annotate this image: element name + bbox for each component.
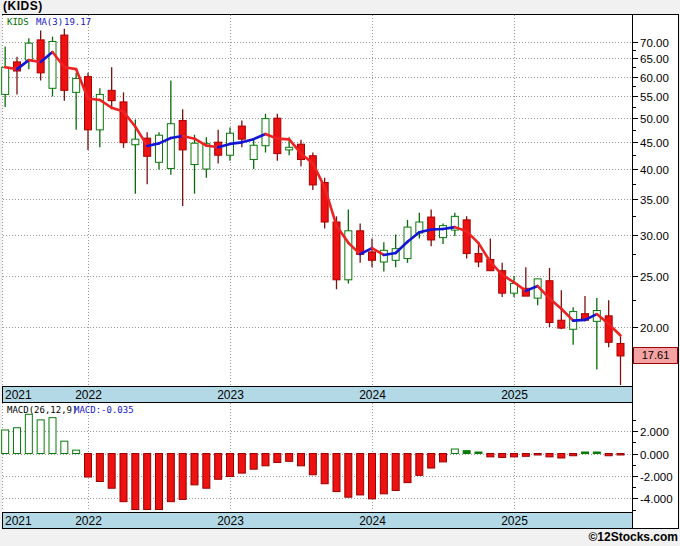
price-axis-label: 60.00 — [640, 72, 669, 84]
macd-bar — [286, 454, 293, 462]
macd-bar — [404, 454, 411, 483]
price-axis-label: 70.00 — [640, 37, 669, 49]
year-label: 2022 — [75, 514, 102, 528]
ma-line-segment — [64, 67, 76, 69]
macd-bar — [581, 452, 588, 454]
price-axis-label: 55.00 — [640, 91, 669, 103]
macd-bar — [439, 454, 446, 462]
macd-axis-label: 2.000 — [640, 426, 669, 438]
price-axis-label: 50.00 — [640, 113, 669, 125]
macd-bar — [179, 454, 186, 500]
macd-bar — [617, 454, 624, 456]
page-root: 70.0065.0060.0055.0050.0045.0040.0035.00… — [0, 0, 680, 546]
macd-bar — [37, 420, 44, 454]
year-label: 2021 — [5, 514, 32, 528]
macd-bar — [132, 454, 139, 510]
macd-bar — [250, 454, 257, 470]
macd-axis-label: 0.000 — [640, 449, 669, 461]
macd-axis-label: -4.000 — [640, 493, 673, 505]
macd-bar — [144, 454, 151, 510]
ma-line-segment — [230, 142, 242, 144]
stock-chart-svg: 70.0065.0060.0055.0050.0045.0040.0035.00… — [0, 0, 680, 546]
macd-bar — [25, 414, 32, 453]
ma-line-segment — [206, 146, 218, 148]
macd-bar — [475, 452, 482, 454]
macd-bar — [262, 454, 269, 466]
macd-bar — [392, 454, 399, 491]
price-axis-label: 35.00 — [640, 194, 669, 206]
macd-bar — [85, 454, 92, 478]
macd-bar — [215, 454, 222, 480]
candle — [463, 216, 470, 258]
year-label: 2025 — [501, 514, 528, 528]
macd-bar — [226, 454, 233, 477]
macd-bar — [297, 454, 304, 466]
macd-bar — [108, 454, 115, 489]
candle — [49, 37, 56, 97]
macd-bar — [534, 454, 541, 456]
year-label: 2025 — [501, 388, 528, 402]
ma-line-segment — [29, 60, 41, 62]
price-axis-label: 30.00 — [640, 230, 669, 242]
macd-bar — [380, 454, 387, 494]
macd-bar — [546, 454, 553, 457]
macd-bar — [558, 454, 565, 458]
legend-ma-label: MA(3) — [36, 17, 63, 28]
ma-line-segment — [277, 139, 289, 140]
ma-line-segment — [5, 67, 17, 69]
price-axis-label: 40.00 — [640, 164, 669, 176]
macd-bar — [73, 450, 80, 453]
macd-bar — [14, 428, 21, 454]
macd-axis-label: -2.000 — [640, 471, 673, 483]
macd-value: MACD:-0.035 — [74, 405, 134, 416]
price-axis-label: 25.00 — [640, 271, 669, 283]
macd-bar — [345, 454, 352, 498]
ma-line-segment — [573, 320, 585, 321]
price-axis-label: 20.00 — [640, 322, 669, 334]
macd-bar — [570, 454, 577, 456]
macd-bar — [510, 454, 517, 457]
copyright-text: ©12Stocks.com — [588, 529, 678, 545]
macd-bar — [309, 454, 316, 475]
legend-ma-value: 19.17 — [64, 17, 91, 28]
macd-bar — [321, 454, 328, 484]
year-label: 2024 — [359, 514, 386, 528]
macd-bar — [2, 430, 9, 454]
macd-bar — [333, 454, 340, 492]
macd-bar — [593, 452, 600, 454]
macd-bar — [191, 454, 198, 485]
macd-bar — [49, 418, 56, 454]
macd-bar — [238, 454, 245, 474]
macd-bar — [499, 454, 506, 458]
macd-bar — [428, 454, 435, 469]
year-label: 2023 — [217, 514, 244, 528]
macd-bar — [463, 451, 470, 454]
page-title: (KIDS) — [3, 0, 43, 13]
year-label: 2021 — [5, 388, 32, 402]
ma-line-segment — [88, 99, 100, 100]
price-axis-label: 45.00 — [640, 137, 669, 149]
current-price-tag: 17.61 — [633, 347, 678, 364]
macd-bar — [167, 454, 174, 502]
macd-bar — [274, 454, 281, 463]
macd-bar — [416, 454, 423, 476]
macd-bar — [155, 454, 162, 510]
macd-bar — [368, 454, 375, 499]
macd-label: MACD(26,12,9) — [7, 405, 77, 416]
year-label: 2023 — [217, 388, 244, 402]
macd-bar — [522, 454, 529, 457]
macd-bar — [96, 454, 103, 482]
year-label: 2022 — [75, 388, 102, 402]
price-axis-label: 65.00 — [640, 53, 669, 65]
macd-bar — [61, 441, 68, 453]
legend-symbol: KIDS — [7, 17, 29, 28]
macd-bar — [120, 454, 127, 502]
macd-bar — [451, 449, 458, 453]
macd-bar — [487, 454, 494, 457]
macd-bar — [605, 454, 612, 456]
macd-bar — [357, 454, 364, 495]
macd-bar — [203, 454, 210, 489]
year-label: 2024 — [359, 388, 386, 402]
